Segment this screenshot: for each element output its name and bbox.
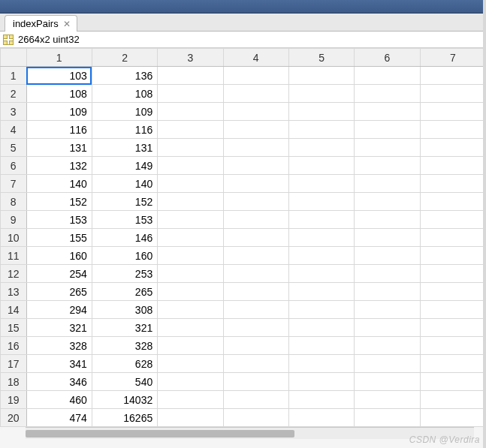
grid-cell[interactable] bbox=[223, 121, 288, 139]
grid-cell[interactable] bbox=[288, 283, 354, 301]
grid-cell[interactable] bbox=[355, 229, 420, 247]
grid-cell[interactable] bbox=[355, 193, 420, 211]
grid-cell[interactable] bbox=[355, 355, 420, 373]
grid-cell[interactable] bbox=[288, 121, 354, 139]
row-header[interactable]: 16 bbox=[1, 337, 27, 355]
row-header[interactable]: 7 bbox=[1, 175, 27, 193]
row-header[interactable]: 5 bbox=[1, 139, 27, 157]
grid-cell[interactable] bbox=[158, 301, 223, 319]
grid-cell[interactable]: 474 bbox=[26, 409, 92, 427]
row-header[interactable]: 11 bbox=[1, 247, 27, 265]
grid-cell[interactable] bbox=[223, 139, 288, 157]
grid-cell[interactable]: 146 bbox=[92, 229, 157, 247]
grid-cell[interactable]: 116 bbox=[26, 121, 92, 139]
grid-cell[interactable]: 294 bbox=[26, 301, 92, 319]
scrollbar-thumb[interactable] bbox=[26, 430, 294, 437]
grid-cell[interactable] bbox=[420, 139, 485, 157]
row-header[interactable]: 17 bbox=[1, 355, 27, 373]
grid-cell[interactable] bbox=[355, 121, 420, 139]
grid-cell[interactable]: 346 bbox=[26, 373, 92, 391]
grid-cell[interactable] bbox=[420, 373, 485, 391]
grid-cell[interactable] bbox=[355, 247, 420, 265]
grid-cell[interactable] bbox=[420, 85, 485, 103]
grid-cell[interactable] bbox=[158, 121, 223, 139]
grid-cell[interactable] bbox=[355, 103, 420, 121]
grid-cell[interactable] bbox=[158, 283, 223, 301]
grid-cell[interactable]: 328 bbox=[26, 337, 92, 355]
grid-cell[interactable] bbox=[288, 337, 354, 355]
grid-cell[interactable]: 109 bbox=[92, 103, 157, 121]
grid-cell[interactable] bbox=[158, 103, 223, 121]
grid-cell[interactable]: 140 bbox=[92, 175, 157, 193]
row-header[interactable]: 13 bbox=[1, 283, 27, 301]
column-header[interactable]: 4 bbox=[223, 49, 288, 67]
grid-cell[interactable] bbox=[158, 175, 223, 193]
row-header[interactable]: 12 bbox=[1, 265, 27, 283]
grid-cell[interactable] bbox=[288, 265, 354, 283]
row-header[interactable]: 20 bbox=[1, 409, 27, 427]
grid-cell[interactable]: 103 bbox=[26, 67, 92, 85]
row-header[interactable]: 18 bbox=[1, 373, 27, 391]
horizontal-scrollbar[interactable] bbox=[26, 427, 474, 439]
row-header[interactable]: 1 bbox=[1, 67, 27, 85]
grid-cell[interactable]: 265 bbox=[26, 283, 92, 301]
grid-cell[interactable] bbox=[223, 85, 288, 103]
row-header[interactable]: 19 bbox=[1, 391, 27, 409]
grid-cell[interactable]: 136 bbox=[92, 67, 157, 85]
grid-cell[interactable] bbox=[223, 391, 288, 409]
grid-cell[interactable] bbox=[288, 193, 354, 211]
grid-cell[interactable]: 321 bbox=[92, 319, 157, 337]
grid-cell[interactable]: 140 bbox=[26, 175, 92, 193]
grid-cell[interactable]: 328 bbox=[92, 337, 157, 355]
grid-cell[interactable] bbox=[223, 103, 288, 121]
column-header[interactable]: 2 bbox=[92, 49, 157, 67]
grid-cell[interactable] bbox=[158, 193, 223, 211]
grid-cell[interactable] bbox=[288, 373, 354, 391]
grid-cell[interactable]: 132 bbox=[26, 157, 92, 175]
tab-indexpairs[interactable]: indexPairs ✕ bbox=[5, 15, 77, 32]
grid-cell[interactable]: 152 bbox=[92, 193, 157, 211]
grid-cell[interactable] bbox=[158, 229, 223, 247]
grid-cell[interactable] bbox=[288, 247, 354, 265]
grid-cell[interactable] bbox=[223, 247, 288, 265]
grid-cell[interactable] bbox=[223, 409, 288, 427]
grid-cell[interactable] bbox=[420, 409, 485, 427]
grid-cell[interactable] bbox=[420, 175, 485, 193]
grid-cell[interactable] bbox=[288, 85, 354, 103]
grid-cell[interactable]: 308 bbox=[92, 301, 157, 319]
grid-cell[interactable] bbox=[223, 265, 288, 283]
grid-cell[interactable] bbox=[420, 283, 485, 301]
grid-cell[interactable] bbox=[288, 301, 354, 319]
grid-cell[interactable]: 149 bbox=[92, 157, 157, 175]
grid-cell[interactable]: 160 bbox=[26, 247, 92, 265]
grid-cell[interactable] bbox=[420, 391, 485, 409]
grid-cell[interactable] bbox=[158, 265, 223, 283]
row-header[interactable]: 15 bbox=[1, 319, 27, 337]
grid-cell[interactable] bbox=[223, 301, 288, 319]
grid-cell[interactable] bbox=[355, 337, 420, 355]
grid-cell[interactable]: 108 bbox=[26, 85, 92, 103]
grid-cell[interactable] bbox=[223, 337, 288, 355]
row-header[interactable]: 10 bbox=[1, 229, 27, 247]
grid-cell[interactable] bbox=[420, 121, 485, 139]
grid-cell[interactable]: 153 bbox=[92, 211, 157, 229]
grid-cell[interactable] bbox=[158, 85, 223, 103]
grid-cell[interactable] bbox=[158, 373, 223, 391]
grid-cell[interactable] bbox=[420, 193, 485, 211]
grid-cell[interactable]: 14032 bbox=[92, 391, 157, 409]
grid-cell[interactable]: 108 bbox=[92, 85, 157, 103]
grid-cell[interactable] bbox=[288, 139, 354, 157]
row-header[interactable]: 3 bbox=[1, 103, 27, 121]
grid-cell[interactable]: 153 bbox=[26, 211, 92, 229]
data-grid[interactable]: 1 2 3 4 5 6 7 11031362108108310910941161… bbox=[0, 48, 486, 427]
grid-cell[interactable] bbox=[420, 265, 485, 283]
grid-cell[interactable] bbox=[420, 229, 485, 247]
grid-cell[interactable] bbox=[288, 67, 354, 85]
grid-cell[interactable]: 341 bbox=[26, 355, 92, 373]
grid-cell[interactable] bbox=[355, 67, 420, 85]
grid-cell[interactable] bbox=[223, 193, 288, 211]
grid-cell[interactable] bbox=[158, 355, 223, 373]
grid-cell[interactable] bbox=[158, 247, 223, 265]
column-header[interactable]: 5 bbox=[288, 49, 354, 67]
row-header[interactable]: 4 bbox=[1, 121, 27, 139]
